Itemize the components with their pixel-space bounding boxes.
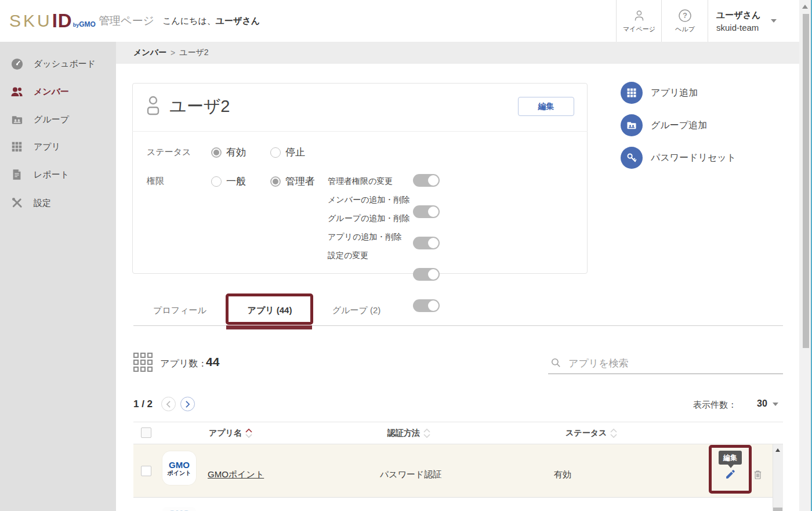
highlight-box-tab-apps	[226, 293, 313, 325]
logo-by: by	[73, 22, 79, 28]
toggle-group-addremove[interactable]	[413, 237, 440, 249]
skuid-logo[interactable]: SKU ID by GMO	[9, 0, 96, 42]
sort-icons[interactable]	[423, 429, 430, 438]
sort-asc-icon	[423, 429, 430, 433]
app-count-value: 44	[206, 355, 219, 369]
edit-user-button[interactable]: 編集	[518, 97, 574, 116]
quick-action-password-reset[interactable]: パスワードリセット	[621, 147, 736, 169]
key-icon	[621, 147, 643, 169]
pagination-label: 1 / 2	[133, 398, 153, 410]
delete-row-button[interactable]	[750, 467, 765, 482]
column-header-status[interactable]: ステータス	[566, 428, 617, 438]
page-scrollbar-thumb[interactable]	[803, 14, 809, 348]
status-option-suspended[interactable]: 停止	[270, 146, 305, 159]
search-input[interactable]	[567, 357, 767, 370]
status-label: ステータス	[147, 147, 191, 158]
column-header-app-name[interactable]: アプリ名	[209, 428, 252, 438]
radio-label: 管理者	[285, 175, 315, 188]
app-logo-text-1: GMO	[169, 461, 190, 469]
quick-action-add-app[interactable]: アプリ追加	[621, 82, 698, 104]
settings-icon	[10, 196, 24, 210]
app-logo: GMO ポイント	[162, 451, 196, 485]
status-cell: 有効	[554, 469, 571, 480]
sidebar-item-label: レポート	[34, 169, 69, 180]
radio-unselected-icon[interactable]	[270, 147, 281, 158]
app-name-link[interactable]: GMOポイント	[208, 469, 264, 480]
help-button[interactable]: ? ヘルプ	[661, 0, 708, 42]
group-add-icon	[621, 114, 643, 136]
greeting-username: ユーザさん	[216, 16, 260, 27]
card-divider	[132, 131, 588, 132]
radio-label: 有効	[226, 146, 246, 159]
sidebar-item-label: メンバー	[34, 86, 69, 97]
toggle-member-addremove[interactable]	[413, 205, 440, 218]
pagination-prev-button[interactable]	[161, 397, 176, 411]
account-team: skuid-team	[716, 23, 760, 32]
apps-icon	[10, 140, 24, 154]
person-icon	[632, 9, 646, 23]
page-size-select[interactable]: 30	[757, 398, 767, 409]
table-scrollbar-up-arrow[interactable]	[775, 448, 780, 452]
radio-selected-icon[interactable]	[211, 147, 222, 158]
sidebar-item-label: ダッシュボード	[34, 59, 96, 70]
tab-profile[interactable]: プロフィール	[139, 303, 220, 318]
app-logo-text-2: ポイント	[168, 470, 191, 476]
column-header-auth-method[interactable]: 認証方法	[387, 428, 430, 438]
greeting-prefix: こんにちは、	[162, 16, 216, 27]
sidebar-item-settings[interactable]: 設定	[0, 190, 116, 216]
sort-desc-icon	[245, 434, 252, 438]
breadcrumb-link-members[interactable]: メンバー	[133, 48, 166, 58]
status-option-active[interactable]: 有効	[211, 146, 246, 159]
table-scrollbar-thumb[interactable]	[773, 508, 782, 511]
apps-add-icon	[621, 82, 643, 104]
pagination-next-button[interactable]	[180, 397, 195, 411]
radio-label: 一般	[226, 175, 246, 188]
quick-action-add-group[interactable]: グループ追加	[621, 114, 707, 136]
sort-asc-icon	[610, 429, 617, 433]
permission-option-general[interactable]: 一般	[211, 175, 246, 188]
admin-page-label: 管理ページ	[99, 0, 154, 42]
tooltip-arrow	[728, 465, 734, 468]
help-glyph: ?	[683, 11, 687, 20]
tab-groups[interactable]: グループ (2)	[320, 303, 393, 318]
radio-unselected-icon[interactable]	[211, 176, 222, 187]
sidebar-item-members[interactable]: メンバー	[0, 79, 116, 104]
select-all-checkbox[interactable]	[141, 427, 151, 438]
quick-action-label: アプリ追加	[651, 87, 698, 99]
sort-asc-icon	[245, 429, 252, 433]
sidebar-item-reports[interactable]: レポート	[0, 162, 116, 187]
mypage-button[interactable]: マイページ	[616, 0, 662, 42]
sort-icons[interactable]	[245, 429, 252, 438]
toggle-settings-change[interactable]	[413, 299, 440, 312]
sort-desc-icon	[423, 434, 430, 438]
permission-option-admin[interactable]: 管理者	[270, 175, 315, 188]
sort-icons[interactable]	[610, 429, 617, 438]
grid-outline-icon	[133, 353, 154, 374]
sidebar-item-label: アプリ	[34, 142, 60, 153]
account-menu[interactable]: ユーザさん skuid-team	[708, 0, 799, 42]
row-checkbox[interactable]	[141, 466, 151, 476]
sidebar-item-apps[interactable]: アプリ	[0, 134, 116, 160]
quick-action-label: パスワードリセット	[651, 152, 736, 164]
sidebar-item-dashboard[interactable]: ダッシュボード	[0, 51, 116, 77]
chevron-down-icon[interactable]	[773, 403, 778, 406]
app-count-label: アプリ数：	[160, 358, 207, 370]
breadcrumb: メンバー > ユーザ2	[116, 42, 799, 64]
active-tab-underline	[226, 325, 312, 329]
permission-label: 権限	[147, 176, 164, 187]
table-top-border	[133, 422, 783, 422]
logo-id: ID	[52, 10, 72, 32]
toggle-admin-change[interactable]	[413, 174, 440, 187]
sidebar-item-label: グループ	[34, 114, 69, 125]
table-scrollbar[interactable]	[773, 444, 783, 511]
app-search	[548, 354, 783, 374]
greeting-text: こんにちは、 ユーザさん	[162, 0, 260, 42]
logo-sku: SKU	[9, 11, 52, 31]
reports-icon	[10, 168, 24, 182]
page-size-label: 表示件数：	[693, 400, 737, 411]
sidebar-item-groups[interactable]: グループ	[0, 107, 116, 132]
search-icon	[550, 357, 561, 371]
toggle-app-addremove[interactable]	[413, 268, 440, 281]
scrollbar-up-arrow[interactable]	[802, 5, 808, 9]
radio-selected-icon[interactable]	[270, 176, 281, 187]
